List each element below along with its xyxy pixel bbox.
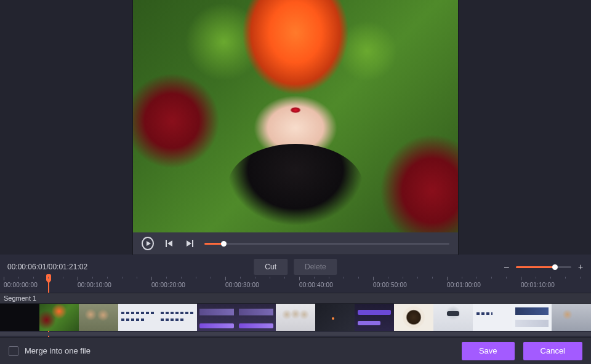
cancel-button[interactable]: Cancel (523, 342, 582, 360)
segment-header[interactable]: Segment 1 (0, 293, 591, 304)
ruler-tick: 00:01:00:00 (447, 277, 448, 280)
footer-bar: Merge into one file Save Cancel (0, 337, 591, 364)
zoom-slider-knob[interactable] (552, 264, 558, 270)
ruler-tick: 00:00:00:00 (4, 277, 4, 280)
timeline-thumb[interactable] (394, 304, 433, 331)
timeline-thumb[interactable] (355, 304, 394, 331)
prev-frame-button[interactable] (163, 237, 175, 250)
ruler-tick: 00:00:10:00 (78, 277, 78, 280)
playhead-cap-icon (46, 274, 51, 280)
timeline-thumb[interactable] (39, 304, 79, 331)
timeline-ruler[interactable]: 00:00:00:0000:00:10:0000:00:20:0000:00:3… (0, 277, 591, 291)
next-frame-button[interactable] (183, 237, 196, 250)
timeline-scrollbar[interactable] (0, 332, 591, 336)
prev-frame-icon (166, 240, 167, 247)
timestamp-display: 00:00:06:01/00:01:21:02 (7, 263, 87, 271)
video-preview (133, 0, 458, 255)
timeline-thumb[interactable] (276, 304, 315, 331)
save-button[interactable]: Save (462, 342, 515, 360)
merge-checkbox-label: Merge into one file (25, 346, 90, 355)
ruler-tick: 00:00:30:00 (225, 277, 226, 280)
ruler-tick: 00:00:50:00 (373, 277, 374, 280)
timeline-thumb[interactable] (473, 304, 512, 331)
preview-frame[interactable] (133, 0, 458, 232)
playback-slider[interactable] (204, 242, 449, 245)
ruler-tick: 00:00:20:00 (151, 277, 152, 280)
zoom-slider[interactable] (516, 266, 571, 268)
ruler-tick: 00:00:40:00 (299, 277, 300, 280)
timeline-thumb[interactable] (552, 304, 591, 331)
preview-controls (133, 232, 458, 255)
timeline-thumb[interactable] (236, 304, 276, 331)
timeline-thumb[interactable] (433, 304, 473, 331)
play-button[interactable] (142, 237, 154, 250)
zoom-in-button[interactable]: + (577, 262, 584, 272)
timeline-thumb[interactable] (79, 304, 118, 331)
timeline-thumb[interactable] (512, 304, 552, 331)
play-icon (142, 237, 154, 250)
preview-area (0, 0, 591, 255)
zoom-control: – + (504, 262, 584, 272)
next-frame-icon (187, 240, 191, 247)
merge-checkbox[interactable] (9, 346, 18, 356)
timeline-thumbnails[interactable] (0, 304, 591, 331)
zoom-out-button[interactable]: – (504, 262, 510, 272)
cut-button[interactable]: Cut (254, 259, 287, 275)
ruler-tick: 00:01:10:00 (521, 277, 521, 280)
segment-label: Segment 1 (4, 295, 36, 302)
timeline-thumb[interactable] (118, 304, 158, 331)
timeline-thumb[interactable] (158, 304, 197, 331)
timeline-thumb[interactable] (315, 304, 355, 331)
timeline-scrollbar-handle[interactable] (0, 332, 591, 336)
timeline-thumb[interactable] (0, 304, 39, 331)
edit-toolbar: 00:00:06:01/00:01:21:02 Cut Delete – + (0, 257, 591, 277)
timeline-thumb[interactable] (197, 304, 236, 331)
playback-slider-knob[interactable] (221, 241, 227, 247)
delete-button[interactable]: Delete (294, 259, 337, 275)
